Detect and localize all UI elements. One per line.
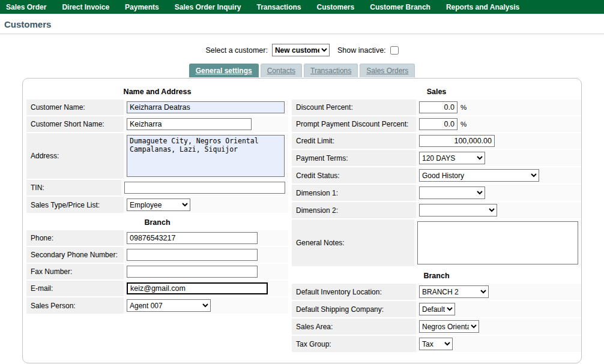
form-row: Sales Area: Negros Oriental <box>292 318 581 336</box>
field-label: Payment Terms: <box>292 150 416 166</box>
field-label: Sales Type/Price List: <box>26 197 124 213</box>
field-label: General Notes: <box>292 219 414 266</box>
right-branch-title: Branch <box>292 267 581 284</box>
form-row: Customer Name: <box>26 100 288 116</box>
percent-suffix: % <box>461 121 467 128</box>
field-label: Customer Name: <box>26 100 124 115</box>
customer-name-input[interactable] <box>127 101 285 113</box>
field-label: Default Shipping Company: <box>292 301 416 317</box>
nav-customers[interactable]: Customers <box>317 3 355 11</box>
form-row: TIN: <box>26 180 288 197</box>
form-row: Fax Number: <box>26 264 288 281</box>
email-input[interactable] <box>127 282 268 294</box>
customer-short-name-input[interactable] <box>127 118 252 130</box>
field-label: Tax Group: <box>292 336 416 352</box>
tab-contacts[interactable]: Contacts <box>261 64 302 77</box>
tin-input[interactable] <box>124 182 285 194</box>
field-label: Dimension 2: <box>292 202 416 218</box>
credit-limit-input[interactable] <box>419 135 495 147</box>
sales-column: Sales Discount Percent: % Prompt Payment… <box>292 83 581 353</box>
page-title: Customers <box>0 14 604 34</box>
phone-input[interactable] <box>127 232 258 244</box>
name-and-address-column: Name and Address Customer Name: Customer… <box>26 83 288 353</box>
sales-title: Sales <box>292 83 581 100</box>
form-row: Tax Group: Tax <box>292 336 581 353</box>
field-label: Discount Percent: <box>292 100 416 115</box>
left-branch-title: Branch <box>26 214 288 230</box>
default-inventory-location-select[interactable]: BRANCH 2 <box>419 285 489 298</box>
nav-customer-branch[interactable]: Customer Branch <box>370 3 430 11</box>
credit-status-select[interactable]: Good History <box>419 169 539 182</box>
customer-selector-row: Select a customer: New customer Show ina… <box>0 44 604 56</box>
select-customer-label: Select a customer: <box>205 46 268 55</box>
secondary-phone-input[interactable] <box>127 249 258 261</box>
dimension1-select[interactable] <box>419 186 485 199</box>
field-label: Address: <box>26 133 124 179</box>
address-textarea[interactable] <box>127 135 285 177</box>
field-label: Sales Area: <box>292 318 416 335</box>
field-label: Fax Number: <box>26 264 124 279</box>
field-label: Phone: <box>26 230 124 246</box>
field-label: TIN: <box>26 180 121 195</box>
nav-payments[interactable]: Payments <box>125 3 159 11</box>
field-label: Secondary Phone Number: <box>26 247 124 263</box>
tab-general-settings[interactable]: General settings <box>189 64 259 77</box>
show-inactive-label: Show inactive: <box>337 46 386 55</box>
customer-form-box: Name and Address Customer Name: Customer… <box>22 78 582 363</box>
customer-select[interactable]: New customer <box>272 44 330 56</box>
field-label: Sales Person: <box>26 297 124 314</box>
sales-area-select[interactable]: Negros Oriental <box>419 320 479 333</box>
tax-group-select[interactable]: Tax <box>419 338 453 350</box>
field-label: Credit Limit: <box>292 133 416 149</box>
form-row: Secondary Phone Number: <box>26 247 288 264</box>
field-label: Dimension 1: <box>292 185 416 201</box>
form-row: Dimension 1: <box>292 185 581 202</box>
tab-transactions[interactable]: Transactions <box>304 64 358 77</box>
form-row: Discount Percent: % <box>292 100 581 116</box>
nav-sales-order[interactable]: Sales Order <box>6 3 46 11</box>
nav-direct-invoice[interactable]: Direct Invoice <box>62 3 109 11</box>
field-label: Default Inventory Location: <box>292 284 416 300</box>
show-inactive-checkbox[interactable] <box>390 46 399 55</box>
field-label: Credit Status: <box>292 167 416 183</box>
default-shipping-company-select[interactable]: Default <box>419 303 455 315</box>
nav-transactions[interactable]: Transactions <box>257 3 301 11</box>
name-and-address-title: Name and Address <box>26 83 288 100</box>
form-row: Sales Type/Price List: Employee <box>26 197 288 214</box>
form-row: Default Shipping Company: Default <box>292 301 581 318</box>
nav-reports-and-analysis[interactable]: Reports and Analysis <box>446 3 519 11</box>
form-row: E-mail: <box>26 281 288 297</box>
fax-input[interactable] <box>127 266 258 278</box>
field-label: Prompt Payment Discount Percent: <box>292 116 416 132</box>
discount-percent-input[interactable] <box>419 101 458 113</box>
prompt-payment-discount-input[interactable] <box>419 118 458 130</box>
tab-sales-orders[interactable]: Sales Orders <box>360 64 415 77</box>
form-row: Prompt Payment Discount Percent: % <box>292 116 581 133</box>
field-label: E-mail: <box>26 281 124 296</box>
form-row: Credit Limit: <box>292 133 581 150</box>
sales-type-select[interactable]: Employee <box>127 198 190 211</box>
form-row: Customer Short Name: <box>26 116 288 133</box>
sales-person-select[interactable]: Agent 007 <box>127 299 211 312</box>
nav-sales-order-inquiry[interactable]: Sales Order Inquiry <box>175 3 241 11</box>
form-row: Dimension 2: <box>292 202 581 219</box>
dimension2-select[interactable] <box>419 204 497 216</box>
form-row: Address: <box>26 133 288 180</box>
field-label: Customer Short Name: <box>26 116 124 132</box>
top-nav: Sales Order Direct Invoice Payments Sale… <box>0 0 604 14</box>
form-row: Sales Person: Agent 007 <box>26 297 288 315</box>
form-row: Phone: <box>26 230 288 247</box>
form-row: Payment Terms: 120 DAYS <box>292 150 581 167</box>
tab-bar: General settings Contacts Transactions S… <box>0 64 604 77</box>
payment-terms-select[interactable]: 120 DAYS <box>419 152 485 164</box>
general-notes-textarea[interactable] <box>417 221 578 264</box>
percent-suffix: % <box>461 104 467 111</box>
form-row: Default Inventory Location: BRANCH 2 <box>292 284 581 301</box>
title-divider <box>0 34 604 34</box>
form-row: Credit Status: Good History <box>292 167 581 185</box>
form-row: General Notes: <box>292 219 581 267</box>
